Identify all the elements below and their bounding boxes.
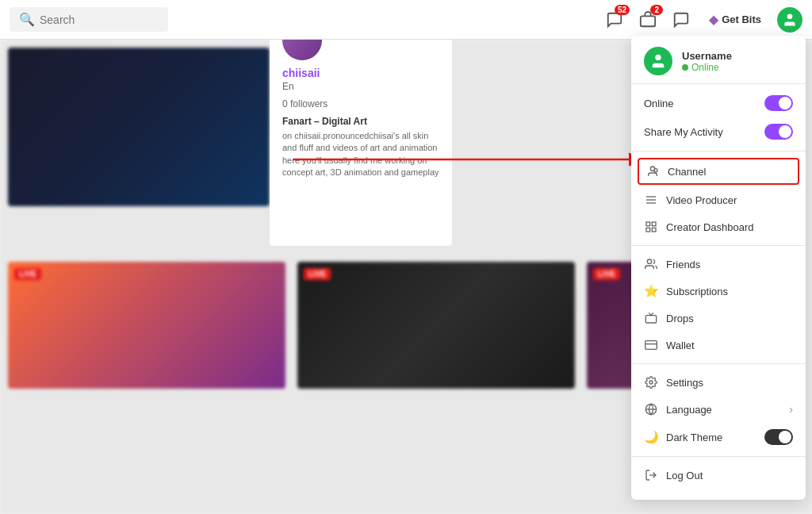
settings-icon <box>644 375 658 389</box>
language-item[interactable]: Language › <box>631 396 806 423</box>
dark-theme-icon: 🌙 <box>644 430 658 444</box>
online-toggle-thumb <box>779 97 791 109</box>
dark-theme-label: Dark Theme <box>666 432 722 443</box>
user-dropdown-menu: Username Online Online Share My Activity <box>631 36 806 500</box>
language-label: Language <box>666 404 712 416</box>
loot-button[interactable]: 2 <box>636 8 660 32</box>
social-section: Friends ⭐ Subscriptions Drops <box>631 246 806 364</box>
subscriptions-item[interactable]: ⭐ Subscriptions <box>631 278 806 305</box>
get-bits-label: Get Bits <box>722 13 761 25</box>
online-toggle-track <box>764 95 793 111</box>
drops-icon <box>644 311 658 325</box>
live-badge-2: LIVE <box>304 268 331 280</box>
creator-dashboard-item[interactable]: Creator Dashboard <box>631 213 806 240</box>
online-status-text: Online <box>691 62 719 73</box>
stream-card-bottom-1: LIVE <box>8 262 285 389</box>
creator-dashboard-left: Creator Dashboard <box>644 220 754 234</box>
preferences-section: Settings Language › 🌙 Dark Theme <box>631 364 806 457</box>
share-activity-toggle-thumb <box>779 125 791 138</box>
creator-dashboard-label: Creator Dashboard <box>666 221 754 233</box>
get-bits-button[interactable]: ◆ Get Bits <box>703 10 768 30</box>
language-left: Language <box>644 402 712 416</box>
stream-card-1 <box>8 48 270 206</box>
channel-label: Channel <box>668 166 706 178</box>
live-badge-3: LIVE <box>593 268 620 280</box>
svg-point-6 <box>654 169 657 172</box>
svg-point-3 <box>787 13 793 19</box>
creator-section: Channel Video Producer <box>631 152 806 246</box>
dark-theme-left: 🌙 Dark Theme <box>644 430 722 444</box>
subscriptions-label: Subscriptions <box>666 286 728 297</box>
search-icon: 🔍 <box>19 12 35 27</box>
logout-icon <box>644 468 658 482</box>
drops-item[interactable]: Drops <box>631 305 806 332</box>
share-activity-toggle-track <box>764 124 793 140</box>
dark-theme-toggle-track <box>764 429 793 445</box>
share-activity-left: Share My Activity <box>644 126 723 138</box>
bits-icon: ◆ <box>709 13 718 27</box>
language-icon <box>644 402 658 416</box>
video-producer-left: Video Producer <box>644 193 737 207</box>
share-activity-label: Share My Activity <box>644 126 723 138</box>
share-activity-toggle[interactable] <box>764 124 793 140</box>
video-producer-icon <box>644 193 658 207</box>
video-producer-item[interactable]: Video Producer <box>631 186 806 213</box>
user-avatar-button[interactable] <box>777 7 802 33</box>
whispers-badge: 52 <box>615 5 630 15</box>
wallet-left: Wallet <box>644 338 695 352</box>
stream-card-bottom-2: LIVE <box>297 262 575 389</box>
dark-theme-item[interactable]: 🌙 Dark Theme <box>631 423 806 451</box>
online-item-left: Online <box>644 98 674 109</box>
online-toggle[interactable] <box>764 95 793 111</box>
search-input[interactable] <box>40 13 151 26</box>
dark-theme-toggle[interactable] <box>764 429 793 445</box>
svg-point-17 <box>649 381 653 384</box>
dropdown-header: Username Online <box>631 36 806 84</box>
wallet-item[interactable]: Wallet <box>631 332 806 359</box>
search-bar[interactable]: 🔍 <box>10 7 168 32</box>
dropdown-user-info: Username Online <box>682 50 732 73</box>
svg-rect-15 <box>645 341 657 350</box>
online-toggle-item[interactable]: Online <box>631 89 806 117</box>
profile-description: on chiisaii.pronouncedchiisai's all skin… <box>282 130 439 179</box>
friends-icon <box>644 257 658 271</box>
svg-point-4 <box>655 55 661 60</box>
loot-badge: 2 <box>650 5 663 15</box>
friends-item[interactable]: Friends <box>631 251 806 278</box>
settings-left: Settings <box>644 375 703 389</box>
svg-rect-13 <box>646 228 650 232</box>
whispers-button[interactable]: 52 <box>603 8 626 32</box>
creator-dashboard-icon <box>644 220 658 234</box>
header-icons: 52 2 ◆ Get Bits <box>603 7 802 33</box>
profile-name: chiisaii <box>282 67 439 79</box>
profile-status: En <box>282 81 439 92</box>
status-section: Online Share My Activity <box>631 84 806 152</box>
dropdown-online-status: Online <box>682 62 732 73</box>
profile-followers: 0 followers <box>282 98 439 109</box>
profile-game: Fanart – Digital Art <box>282 116 439 127</box>
drops-label: Drops <box>666 313 694 324</box>
language-chevron-icon: › <box>789 403 793 416</box>
subscriptions-icon: ⭐ <box>644 284 658 298</box>
logout-left: Log Out <box>644 468 703 482</box>
drops-left: Drops <box>644 311 694 325</box>
subscriptions-left: ⭐ Subscriptions <box>644 284 728 298</box>
settings-label: Settings <box>666 377 703 389</box>
logout-section: Log Out <box>631 457 806 493</box>
svg-rect-10 <box>646 222 650 226</box>
svg-rect-2 <box>641 16 655 26</box>
chat-button[interactable] <box>669 8 693 32</box>
video-producer-label: Video Producer <box>666 194 737 206</box>
settings-item[interactable]: Settings <box>631 369 806 396</box>
dropdown-avatar <box>644 47 672 75</box>
online-dot <box>682 64 688 71</box>
live-badge-1: LIVE <box>14 268 41 280</box>
logout-item[interactable]: Log Out <box>631 462 806 489</box>
svg-rect-12 <box>652 228 656 232</box>
channel-item[interactable]: Channel <box>638 158 799 185</box>
online-label: Online <box>644 98 674 109</box>
friends-left: Friends <box>644 257 700 271</box>
share-activity-item[interactable]: Share My Activity <box>631 117 806 146</box>
svg-point-14 <box>647 259 651 263</box>
wallet-icon <box>644 338 658 352</box>
